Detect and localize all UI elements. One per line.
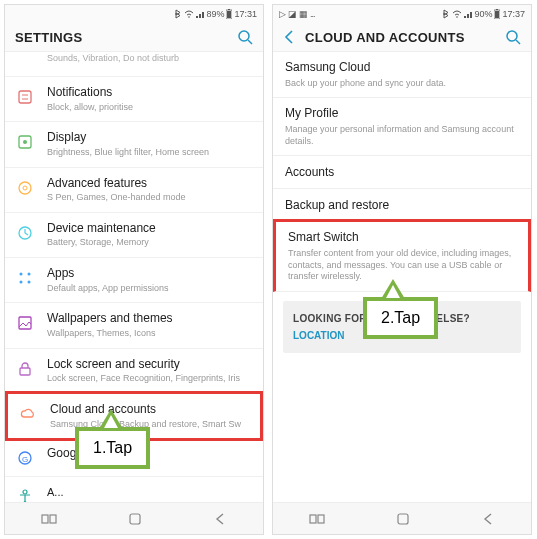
callout-label: 2.Tap xyxy=(363,297,438,339)
search-icon[interactable] xyxy=(505,29,521,45)
svg-rect-6 xyxy=(19,91,31,103)
accessibility-icon xyxy=(15,487,35,502)
sounds-icon xyxy=(15,54,35,74)
item-sub: Back up your phone and sync your data. xyxy=(285,78,519,90)
home-button[interactable] xyxy=(128,512,142,526)
item-label: Notifications xyxy=(47,85,253,101)
settings-item-lockscreen[interactable]: Lock screen and security Lock screen, Fa… xyxy=(5,349,263,394)
item-label: My Profile xyxy=(285,106,519,122)
item-label: Cloud and accounts xyxy=(50,402,250,418)
item-label: Lock screen and security xyxy=(47,357,253,373)
item-sub: Block, allow, prioritise xyxy=(47,102,253,114)
maintenance-icon xyxy=(15,223,35,243)
svg-point-26 xyxy=(457,16,459,18)
item-accounts[interactable]: Accounts xyxy=(273,156,531,189)
settings-item-display[interactable]: Display Brightness, Blue light filter, H… xyxy=(5,122,263,167)
item-samsung-cloud[interactable]: Samsung Cloud Back up your phone and syn… xyxy=(273,52,531,98)
clock-text: 17:37 xyxy=(502,9,525,19)
page-title: SETTINGS xyxy=(15,30,82,45)
settings-item-notifications[interactable]: Notifications Block, allow, prioritise xyxy=(5,77,263,122)
item-sub: Transfer content from your old device, i… xyxy=(288,248,516,283)
apps-icon xyxy=(15,268,35,288)
screen-cloud-accounts: ▷◪▦... 90% 17:37 CLOUD AND ACCOUNTS xyxy=(272,4,532,535)
search-icon[interactable] xyxy=(237,29,253,45)
item-label: Apps xyxy=(47,266,253,282)
back-icon[interactable] xyxy=(283,30,295,44)
recents-button[interactable] xyxy=(309,513,325,525)
wifi-icon xyxy=(184,10,194,18)
settings-item-maintenance[interactable]: Device maintenance Battery, Storage, Mem… xyxy=(5,213,263,258)
svg-point-11 xyxy=(19,182,31,194)
status-left-icons: ▷◪▦... xyxy=(279,9,315,19)
status-bar: 89% 17:31 xyxy=(5,5,263,21)
svg-rect-2 xyxy=(227,11,231,18)
svg-rect-19 xyxy=(20,368,30,375)
nav-bar xyxy=(273,502,531,534)
item-sub: Wallpapers, Themes, Icons xyxy=(47,328,253,340)
svg-point-10 xyxy=(23,140,27,144)
svg-rect-33 xyxy=(318,515,324,523)
back-button[interactable] xyxy=(481,512,495,526)
item-sub: Battery, Storage, Memory xyxy=(47,237,253,249)
settings-item-sounds[interactable]: Sounds, Vibration, Do not disturb xyxy=(5,52,263,77)
battery-text: 90% xyxy=(474,9,492,19)
item-label: Wallpapers and themes xyxy=(47,311,253,327)
svg-rect-24 xyxy=(50,515,56,523)
svg-point-16 xyxy=(20,281,23,284)
recents-button[interactable] xyxy=(41,513,57,525)
status-bar: ▷◪▦... 90% 17:37 xyxy=(273,5,531,21)
clock-text: 17:31 xyxy=(234,9,257,19)
item-sub: Brightness, Blue light filter, Home scre… xyxy=(47,147,253,159)
settings-item-accessibility[interactable]: A... Vision, Hearing, Dexterity and inte… xyxy=(5,477,263,502)
header: SETTINGS xyxy=(5,21,263,52)
svg-rect-32 xyxy=(310,515,316,523)
header: CLOUD AND ACCOUNTS xyxy=(273,21,531,52)
item-label: Advanced features xyxy=(47,176,253,192)
bluetooth-icon xyxy=(442,9,450,19)
svg-point-17 xyxy=(28,281,31,284)
home-button[interactable] xyxy=(396,512,410,526)
item-backup-restore[interactable]: Backup and restore xyxy=(273,189,531,222)
item-label: A... xyxy=(47,485,253,499)
cloud-accounts-list: Samsung Cloud Back up your phone and syn… xyxy=(273,52,531,502)
svg-point-12 xyxy=(23,186,27,190)
nav-bar xyxy=(5,502,263,534)
item-sub: S Pen, Games, One-handed mode xyxy=(47,192,253,204)
bluetooth-icon xyxy=(174,9,182,19)
svg-point-14 xyxy=(20,273,23,276)
settings-item-wallpaper[interactable]: Wallpapers and themes Wallpapers, Themes… xyxy=(5,303,263,348)
battery-text: 89% xyxy=(206,9,224,19)
callout-label: 1.Tap xyxy=(75,427,150,469)
signal-icon xyxy=(196,10,204,18)
item-label: Display xyxy=(47,130,253,146)
lock-icon xyxy=(15,359,35,379)
status-right: 89% 17:31 xyxy=(174,9,257,19)
svg-point-22 xyxy=(23,490,27,494)
svg-line-5 xyxy=(248,40,252,44)
item-sub: Default apps, App permissions xyxy=(47,283,253,295)
settings-item-advanced[interactable]: Advanced features S Pen, Games, One-hand… xyxy=(5,168,263,213)
wifi-icon xyxy=(452,10,462,18)
wallpaper-icon xyxy=(15,313,35,333)
signal-icon xyxy=(464,10,472,18)
svg-rect-23 xyxy=(42,515,48,523)
cloud-icon xyxy=(18,404,38,424)
settings-item-apps[interactable]: Apps Default apps, App permissions xyxy=(5,258,263,303)
svg-point-30 xyxy=(507,31,517,41)
svg-rect-18 xyxy=(19,317,31,329)
back-button[interactable] xyxy=(213,512,227,526)
item-label: Smart Switch xyxy=(288,230,516,246)
item-label: Samsung Cloud xyxy=(285,60,519,76)
item-sub: Manage your personal information and Sam… xyxy=(285,124,519,147)
svg-rect-3 xyxy=(228,9,230,10)
screen-settings: 89% 17:31 SETTINGS Sounds, Vibration, Do… xyxy=(4,4,264,535)
item-my-profile[interactable]: My Profile Manage your personal informat… xyxy=(273,98,531,156)
battery-icon xyxy=(494,9,500,19)
svg-point-0 xyxy=(189,16,191,18)
battery-icon xyxy=(226,9,232,19)
display-icon xyxy=(15,132,35,152)
item-sub: Lock screen, Face Recognition, Fingerpri… xyxy=(47,373,253,385)
page-title: CLOUD AND ACCOUNTS xyxy=(305,30,465,45)
google-icon: G xyxy=(15,448,35,468)
svg-rect-25 xyxy=(130,514,140,524)
